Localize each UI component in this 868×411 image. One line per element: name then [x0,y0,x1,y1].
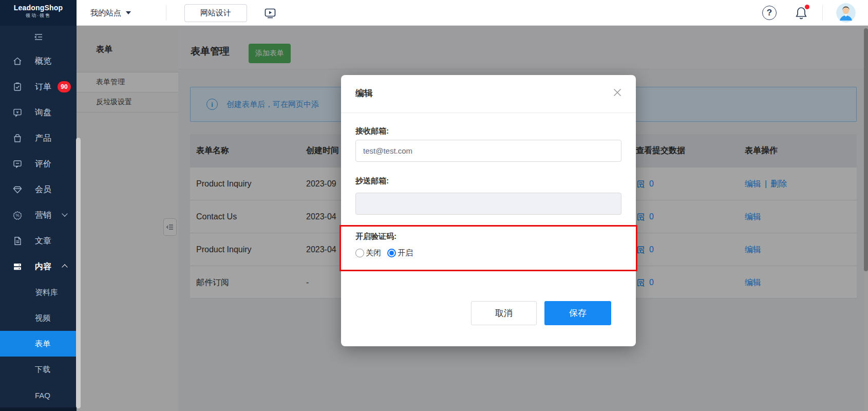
inquiry-icon: ¥ [12,107,23,118]
content-stack-icon [12,261,23,272]
sidebar-subitem-label: 表单 [35,339,50,349]
brand-name: LeadongShop [0,4,77,12]
sidebar-item-label: 订单 [35,82,51,92]
sidebar-clipped-item [0,407,77,411]
close-icon[interactable] [612,87,622,98]
captcha-option-off[interactable]: 关闭 [355,248,381,258]
sidebar-item-label: 营销 [35,210,51,221]
brand-logo[interactable]: LeadongShop 领动·领售 [0,0,77,26]
orders-badge: 90 [58,81,71,92]
document-icon [12,236,23,246]
comment-icon [12,159,23,169]
topbar-divider-2 [822,5,823,21]
radio-checked-icon[interactable] [387,249,396,257]
clipboard-check-icon [12,82,23,92]
receive-email-field[interactable] [355,140,621,162]
sidebar-item-content[interactable]: 内容 [0,254,77,279]
menu-fold-icon [33,32,44,42]
radio-label: 关闭 [366,248,381,258]
video-tutorial-icon[interactable] [263,7,277,20]
captcha-label: 开启验证码: [355,231,621,241]
sidebar-subitem-label: 下载 [35,365,50,375]
sidebar-item-products[interactable]: 产品 [0,125,77,151]
edit-form-modal: 编辑 接收邮箱: 抄送邮箱: 开启验证码: 关闭 开启 取消 保存 [341,75,636,346]
captcha-option-on[interactable]: 开启 [387,248,413,258]
help-glyph: ? [767,8,772,18]
gem-icon [12,184,23,195]
cc-email-label: 抄送邮箱: [355,176,621,186]
website-design-button[interactable]: 网站设计 [184,4,247,22]
topbar: LeadongShop 领动·领售 我的站点 网站设计 ? [0,0,868,26]
radio-unchecked-icon[interactable] [355,249,364,257]
sidebar-scrollbar[interactable] [76,138,81,408]
brand-slogan: 领动·领售 [0,12,77,18]
promo-badge-icon: % [12,210,23,220]
sidebar: 概览 订单 90 ¥ 询盘 产品 评价 会员 [0,26,77,411]
sidebar-subitem-videos[interactable]: 视频 [0,305,77,331]
sidebar-item-articles[interactable]: 文章 [0,228,77,254]
sidebar-item-reviews[interactable]: 评价 [0,151,77,177]
sidebar-subitem-downloads[interactable]: 下载 [0,357,77,382]
save-button[interactable]: 保存 [544,301,611,325]
site-selector[interactable]: 我的站点 [90,0,131,26]
modal-title: 编辑 [355,87,373,99]
menu-fold-button[interactable] [0,26,77,48]
sidebar-item-marketing[interactable]: % 营销 [0,202,77,228]
chevron-up-icon [62,264,67,270]
chevron-down-icon [62,211,67,216]
sidebar-subitem-faq[interactable]: FAQ [0,382,77,408]
help-icon[interactable]: ? [762,6,777,20]
sidebar-subitem-label: 视频 [35,313,50,323]
sidebar-item-members[interactable]: 会员 [0,177,77,202]
receive-email-label: 接收邮箱: [355,126,621,136]
svg-text:¥: ¥ [16,110,19,115]
sidebar-item-label: 内容 [35,261,51,272]
site-selector-label: 我的站点 [90,8,121,18]
sidebar-item-label: 询盘 [35,107,51,118]
user-avatar[interactable] [836,3,856,23]
sidebar-subitem-library[interactable]: 资料库 [0,279,77,305]
sidebar-subitem-label: 资料库 [35,288,58,297]
chevron-down-icon [126,11,131,14]
sidebar-item-orders[interactable]: 订单 90 [0,74,77,100]
sidebar-item-overview[interactable]: 概览 [0,48,77,74]
sidebar-item-label: 产品 [35,133,51,144]
svg-text:%: % [15,213,20,218]
cc-email-field[interactable] [355,193,621,215]
sidebar-subitem-forms[interactable]: 表单 [0,331,77,357]
modal-body: 接收邮箱: 抄送邮箱: 开启验证码: 关闭 开启 [355,113,621,259]
cancel-button[interactable]: 取消 [471,301,537,325]
home-icon [12,56,23,66]
modal-footer: 取消 保存 [471,301,611,325]
sidebar-item-label: 文章 [35,236,51,247]
sidebar-subitem-label: FAQ [35,391,50,400]
notification-bell-icon[interactable] [795,6,808,20]
notification-dot [805,5,809,9]
sidebar-item-label: 评价 [35,159,51,170]
topbar-divider [166,5,166,21]
radio-label: 开启 [398,248,413,258]
sidebar-item-inquiries[interactable]: ¥ 询盘 [0,100,77,125]
captcha-radio-group: 关闭 开启 [355,247,621,259]
sidebar-item-label: 会员 [35,184,51,195]
sidebar-item-label: 概览 [35,56,51,67]
shopping-bag-icon [12,133,23,143]
